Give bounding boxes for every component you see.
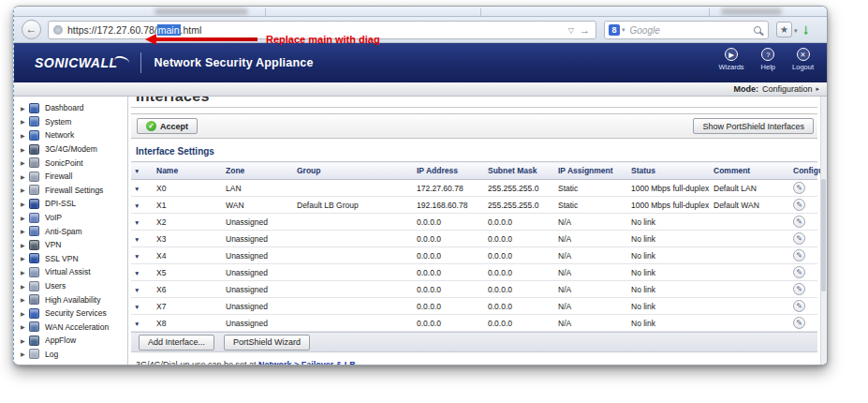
expand-arrow-icon[interactable]: ▶ <box>21 173 29 180</box>
footer-note: 3G/4G/Dial-up use can be set at Network … <box>136 360 827 366</box>
sidebar-item-label: WAN Acceleration <box>45 322 109 332</box>
expand-arrow-icon[interactable]: ▶ <box>21 337 29 344</box>
row-expand-icon[interactable]: ▼ <box>134 236 140 243</box>
expand-arrow-icon[interactable]: ▶ <box>21 310 29 317</box>
sidebar-item-log[interactable]: ▶ Log <box>14 348 127 362</box>
app-header: SONICWALL Network Security Appliance ▶ W… <box>14 43 827 82</box>
sidebar-item-dashboard[interactable]: ▶ Dashboard <box>14 101 127 115</box>
bookmarks-caret-icon[interactable]: ▾ <box>794 27 798 35</box>
expand-arrow-icon[interactable]: ▶ <box>21 269 29 276</box>
back-button[interactable]: ← <box>22 20 41 39</box>
autocomplete-caret-icon[interactable]: ▽ <box>568 26 574 35</box>
downloads-icon[interactable]: ↓ <box>802 21 810 37</box>
site-globe-icon <box>53 25 63 35</box>
wizards-button[interactable]: ▶ Wizards <box>719 48 744 71</box>
sidebar-item-virtual-assist[interactable]: ▶ Virtual Assist <box>14 265 127 279</box>
expand-arrow-icon[interactable]: ▶ <box>21 146 29 153</box>
expand-arrow-icon[interactable]: ▶ <box>21 105 29 112</box>
row-expand-icon[interactable]: ▼ <box>134 321 140 327</box>
configure-icon[interactable]: ✎ <box>793 266 805 278</box>
expand-arrow-icon[interactable]: ▶ <box>21 351 29 357</box>
failover-lb-link[interactable]: Network > Failover & LB <box>258 360 356 366</box>
table-row[interactable]: ▼ X7 Unassigned 0.0.0.0 0.0.0.0 N/A No l… <box>131 298 817 315</box>
table-row[interactable]: ▼ X0 LAN 172.27.60.78 255.255.255.0 Stat… <box>131 180 817 197</box>
cell-group <box>294 231 414 247</box>
sidebar-item-high-availability[interactable]: ▶ High Availability <box>14 292 127 306</box>
sidebar-item-firewall[interactable]: ▶ Firewall <box>14 170 127 184</box>
sidebar-item-firewall-settings[interactable]: ▶ Firewall Settings <box>14 184 127 198</box>
expand-arrow-icon[interactable]: ▶ <box>21 242 29 248</box>
row-expand-icon[interactable]: ▼ <box>134 186 140 192</box>
sidebar-item-sonicpoint[interactable]: ▶ SonicPoint <box>14 156 127 170</box>
table-row[interactable]: ▼ X1 WAN Default LB Group 192.168.60.78 … <box>131 197 817 214</box>
sidebar-item-anti-spam[interactable]: ▶ Anti-Spam <box>14 224 127 238</box>
cell-name: X7 <box>154 298 223 315</box>
header-expand-icon[interactable]: ▼ <box>134 168 140 174</box>
row-expand-icon[interactable]: ▼ <box>134 219 140 226</box>
row-expand-icon[interactable]: ▼ <box>134 270 140 276</box>
table-row[interactable]: ▼ X3 Unassigned 0.0.0.0 0.0.0.0 N/A No l… <box>131 231 817 247</box>
configure-icon[interactable]: ✎ <box>793 300 805 312</box>
configure-icon[interactable]: ✎ <box>793 199 805 211</box>
sidebar-item-3g-4g-modem[interactable]: ▶ 3G/4G/Modem <box>14 142 127 157</box>
expand-arrow-icon[interactable]: ▶ <box>21 228 29 234</box>
expand-arrow-icon[interactable]: ▶ <box>21 215 29 221</box>
table-row[interactable]: ▼ X2 Unassigned 0.0.0.0 0.0.0.0 N/A No l… <box>131 214 817 231</box>
configure-icon[interactable]: ✎ <box>793 232 805 245</box>
sidebar-item-users[interactable]: ▶ Users <box>14 279 127 293</box>
expand-arrow-icon[interactable]: ▶ <box>21 323 29 330</box>
help-button[interactable]: ? Help <box>761 48 775 71</box>
table-row[interactable]: ▼ X8 Unassigned 0.0.0.0 0.0.0.0 N/A No l… <box>131 315 817 332</box>
sidebar-item-security-services[interactable]: ▶ Security Services <box>14 306 127 321</box>
search-engine-caret-icon[interactable]: ▾ <box>622 26 625 34</box>
bookmarks-icon[interactable]: ★ <box>776 22 792 37</box>
cell-group <box>294 298 414 315</box>
sidebar-item-dpi-ssl[interactable]: ▶ DPI-SSL <box>14 197 127 211</box>
browser-tab-strip[interactable] <box>14 7 827 17</box>
row-expand-icon[interactable]: ▼ <box>134 304 140 310</box>
configure-icon[interactable]: ✎ <box>793 317 805 329</box>
add-interface-button[interactable]: Add Interface... <box>139 335 214 351</box>
expand-arrow-icon[interactable]: ▶ <box>21 132 29 139</box>
scrollbar-thumb[interactable] <box>821 179 826 291</box>
configure-icon[interactable]: ✎ <box>793 216 805 228</box>
search-box[interactable]: 8 ▾ Google <box>604 21 769 39</box>
logout-button[interactable]: ✕ Logout <box>792 48 814 71</box>
row-expand-icon[interactable]: ▼ <box>134 202 140 209</box>
content-scrollbar[interactable] <box>820 97 827 366</box>
expand-arrow-icon[interactable]: ▶ <box>21 187 29 193</box>
expand-arrow-icon[interactable]: ▶ <box>21 296 29 303</box>
sidebar-item-network[interactable]: ▶ Network <box>14 128 127 142</box>
table-row[interactable]: ▼ X6 Unassigned 0.0.0.0 0.0.0.0 N/A No l… <box>131 281 817 298</box>
configure-icon[interactable]: ✎ <box>793 249 805 261</box>
cell-ip-assignment: Static <box>555 197 628 214</box>
accept-button[interactable]: ✓ Accept <box>137 118 198 134</box>
expand-arrow-icon[interactable]: ▶ <box>21 159 29 166</box>
portshield-wizard-button[interactable]: PortShield Wizard <box>224 335 310 351</box>
sidebar-item-wan-acceleration[interactable]: ▶ WAN Acceleration <box>14 321 127 335</box>
expand-arrow-icon[interactable]: ▶ <box>21 201 29 207</box>
expand-arrow-icon[interactable]: ▶ <box>21 255 29 261</box>
expand-arrow-icon[interactable]: ▶ <box>21 283 29 290</box>
mode-caret-icon[interactable]: ▸ <box>816 85 819 93</box>
search-magnifier-icon[interactable] <box>754 26 761 34</box>
sidebar-item-voip[interactable]: ▶ VoIP <box>14 211 127 225</box>
configure-icon[interactable]: ✎ <box>793 182 805 194</box>
table-row[interactable]: ▼ X4 Unassigned 0.0.0.0 0.0.0.0 N/A No l… <box>131 247 817 264</box>
table-row[interactable]: ▼ X5 Unassigned 0.0.0.0 0.0.0.0 N/A No l… <box>131 264 817 281</box>
sidebar-item-appflow[interactable]: ▶ AppFlow <box>14 334 127 348</box>
row-expand-icon[interactable]: ▼ <box>134 253 140 260</box>
show-portshield-button[interactable]: Show PortShield Interfaces <box>693 118 814 134</box>
configure-icon[interactable]: ✎ <box>793 283 805 295</box>
sidebar-item-ssl-vpn[interactable]: ▶ SSL VPN <box>14 252 127 266</box>
row-expand-icon[interactable]: ▼ <box>134 287 140 293</box>
go-arrow-icon[interactable]: → <box>580 24 590 36</box>
sidebar-item-system[interactable]: ▶ System <box>14 115 127 129</box>
sidebar-item-vpn[interactable]: ▶ VPN <box>14 238 127 252</box>
wizards-label: Wizards <box>719 63 744 71</box>
search-placeholder: Google <box>630 25 660 36</box>
cell-ip-address: 0.0.0.0 <box>414 281 485 298</box>
cell-comment <box>711 264 790 281</box>
expand-arrow-icon[interactable]: ▶ <box>21 118 29 125</box>
mode-value[interactable]: Configuration <box>762 84 813 94</box>
